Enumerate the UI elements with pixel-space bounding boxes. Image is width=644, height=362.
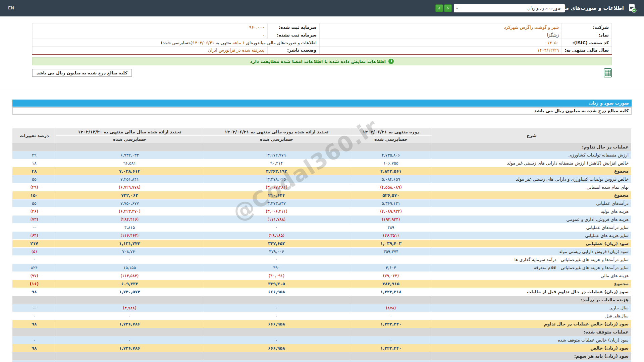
company-value: ۹۶۰,۰۰۰ [33,23,268,31]
statement-row: مجموع۲۸۳,۹۱۵۳۳۹,۳۰۵۶۰۹,۳۳۲(۱۶) [12,280,632,288]
row-value: ۲۱۰,۶۴۴ [203,191,350,199]
row-percent-change: ۲۱۷ [12,360,56,362]
statement-row: هزینه های تولید(۴,۰۸۹,۹۳۲)(۳,۰۰۶,۲۱۱)(۶,… [12,207,632,215]
row-percent-change: ۵۵ [12,199,56,207]
company-info-row: سال مالی منتهی به:۱۴۰۴/۱۲/۲۹وضعیت ناشر:پ… [33,47,612,54]
company-info-table: شرکت:شیر و گوشت زاگرس شهرکردسرمایه ثبت ش… [32,23,612,55]
company-info-row: کد صنعت (ISIC):۰۱۴۰۵۰اطلاعات و صورت‌های … [33,39,612,47]
row-value: (۲۸۴,۴۱۶) [56,215,203,223]
statement-row: سایر درآمدهای عملیاتی۴۸۹۰۴,۸۱۵-- [12,223,632,231]
row-value: ۶۶۶,۹۵۸ [203,288,350,296]
row-percent-change: ۱۵۰ [12,191,56,199]
row-value: ۷۲۲,۰۶۳ [56,191,203,199]
row-percent-change: (۳۶) [12,207,56,215]
statement-nav-buttons: ‹ › [435,4,452,12]
chevron-right-icon: › [438,5,440,11]
statement-row: سود (زیان) عملیات در حال تداوم قبل از ما… [12,288,632,296]
row-value: ۵۲۶,۵۷۰ [350,191,432,199]
row-description: سود (زیان) خالص [432,344,632,352]
row-description: هزینه های فروش، اداری و عمومی [432,215,632,223]
row-percent-change: ۹۸ [12,288,56,296]
company-value: اطلاعات و صورت‌های مالی میاندوره‌ای ۶ ما… [33,39,320,47]
row-description: سال جاری [432,304,632,312]
col-header-year-restated: تجدید ارائه شده سال مالی منتهی به ۱۴۰۳/۱… [56,128,203,135]
row-value [203,143,350,151]
row-percent-change: ۵۵ [12,175,56,183]
row-value: ۱۰۶,۷۵۵ [350,159,432,167]
row-value: ۰ [350,255,432,263]
language-toggle-en[interactable]: EN [8,5,14,10]
row-value: (۱۱۴,۵۸۳) [56,272,203,280]
row-value: ۳۵۹,۳۷۴ [350,247,432,255]
row-value: (۷۹,۰۶۳) [350,272,432,280]
section-row: سود (زیان) پایه هر سهم: [12,352,632,360]
row-percent-change: ۸۲۴ [12,263,56,272]
statement-row: عملیاتی (ریال)۱,۰۸۳۳۴۱۱,۱۷۸۲۱۷ [12,360,632,362]
row-description: بهای تمام شده انتسابی [432,183,632,191]
row-percent-change [12,143,56,151]
row-percent-change [12,352,56,360]
row-percent-change: (۶۴) [12,231,56,239]
row-value: (۴,۰۸۹,۹۳۲) [350,207,432,215]
col-subheader-audited: حسابرسی شده [350,135,432,143]
row-description: سود (زیان) پایه هر سهم: [432,352,632,360]
row-description: مجموع [432,167,632,175]
row-percent-change: (۱۶) [12,280,56,288]
chevron-right-button[interactable]: › [435,4,443,12]
row-percent-change: -- [12,304,56,312]
row-description: سود (زیان) خالص عملیات در حال تداوم [432,320,632,328]
company-label: سرمایه ثبت شده: [267,23,319,31]
row-value: ۱,۰۸۳ [350,360,432,362]
statement-row: سال جاری(۸۷۸)۰(۳,۷۸۸)-- [12,304,632,312]
company-info-section: شرکت:شیر و گوشت زاگرس شهرکردسرمایه ثبت ش… [0,16,644,91]
company-value: ۱۴۰۴/۱۲/۲۹ [319,47,562,54]
unit-note-box: کلیه مبالغ درج شده به میلیون ریال می باش… [32,69,132,77]
row-value [203,296,350,304]
row-value: ۱,۷۳۶,۷۸۶ [56,344,203,352]
row-value: ۱,۱۳۱,۲۴۲ [56,239,203,247]
row-percent-change: -- [12,223,56,231]
company-value-part: اطلاعات و صورت‌های مالی میاندوره‌ای [245,40,316,45]
row-value: ۵,۳۶۹,۱۳۱ [350,199,432,207]
chevron-left-icon: ‹ [447,5,449,11]
statement-row: سایر درآمدها و هزینه های غیرعملیاتی - در… [12,255,632,263]
row-value [350,296,432,304]
row-value: ۷۰۸,۷۶۰ [56,247,203,255]
row-value: ۰ [56,312,203,320]
row-description: سایر درآمدهای عملیاتی [432,223,632,231]
row-value [350,352,432,360]
row-value: ۳,۲۶۳,۱۹۳ [203,167,350,175]
row-value: (۴۶,۳۵۱) [350,231,432,239]
row-percent-change: (۴۹) [12,183,56,191]
row-value: ۳۴۱ [203,360,350,362]
row-value: ۰ [203,336,350,344]
statement-row: سود (زیان) خالص عملیات در حال تداوم۱,۳۲۲… [12,320,632,328]
statement-row: ارزش منصفانه تولیدات کشاورزی۴,۷۳۵,۸۰۶۳,۱… [12,151,632,159]
row-value [350,143,432,151]
row-value: ۳۲۷,۶۵۳ [203,239,350,247]
row-value: (۴,۵۵۸,۰۸۹) [350,183,432,191]
row-percent-change: ۹۸ [12,320,56,328]
company-label: کد صنعت (ISIC): [562,39,612,47]
statement-row: سود (زیان) فروش دارایی زیستی مولد۳۵۹,۳۷۴… [12,247,632,255]
col-header-period-restated: تجدید ارائه شده دوره مالی منتهی به ۱۴۰۳/… [203,128,350,135]
row-value: (۳,۰۶۷,۳۸۱) [203,183,350,191]
row-description: سود (زیان) فروش دارایی زیستی مولد [432,247,632,255]
row-value: ۶۶۶,۹۵۸ [203,344,350,352]
row-value: ۱,۰۳۹,۴۰۳ [350,239,432,247]
row-description: سایر درآمدها و هزینه های غیرعملیاتی - در… [432,255,632,263]
row-percent-change: (۵) [12,247,56,255]
row-value: ۱,۳۲۲,۴۴۰ [350,320,432,328]
row-value: ۶,۹۳۲,۰۳۳ [56,151,203,159]
col-subheader-audited: حسابرسی شده [203,135,350,143]
unit-note-row: کلیه مبالغ درج شده به میلیون ریال می باش… [32,69,612,77]
col-subheader-audited: حسابرسی شده [56,135,203,143]
row-percent-change: (۹۷) [12,272,56,280]
row-value: ۲۸۳,۹۱۵ [350,280,432,288]
chevron-left-button[interactable]: ‹ [444,4,452,12]
row-value: ۰ [203,304,350,312]
page-title: اطلاعات و صورت‌های مالی میاندوره‌ای [528,5,624,11]
excel-export-icon[interactable] [604,68,612,77]
row-value: (۳,۷۸۸) [56,304,203,312]
row-description: عملیاتی (ریال) [432,360,632,362]
